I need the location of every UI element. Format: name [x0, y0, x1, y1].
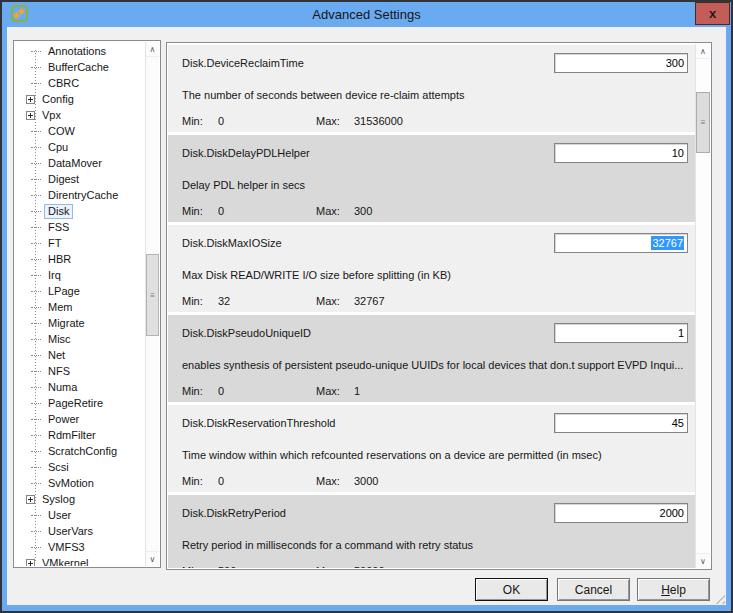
- expand-plus-icon[interactable]: [26, 95, 35, 104]
- tree-item-label: Power: [44, 412, 83, 427]
- tree-item-label: FT: [44, 236, 65, 251]
- tree-item-net[interactable]: Net: [15, 347, 145, 363]
- expand-plus-icon[interactable]: [26, 559, 35, 567]
- tree-connector: [31, 323, 41, 324]
- tree-item-datamover[interactable]: DataMover: [15, 155, 145, 171]
- cancel-button[interactable]: Cancel: [557, 578, 630, 601]
- min-label: Min:: [182, 565, 203, 568]
- tree-item-buffercache[interactable]: BufferCache: [15, 59, 145, 75]
- tree-connector: [31, 291, 41, 292]
- tree-item-rdmfilter[interactable]: RdmFilter: [15, 427, 145, 443]
- min-label: Min:: [182, 475, 203, 487]
- setting-block: Disk.DiskRetryPeriod 2000 Retry period i…: [168, 495, 695, 568]
- setting-value-input[interactable]: 10: [554, 143, 688, 163]
- tree-connector: [31, 531, 41, 532]
- tree-item-vmfs3[interactable]: VMFS3: [15, 539, 145, 555]
- setting-description: The number of seconds between device re-…: [182, 89, 689, 101]
- tree-item-hbr[interactable]: HBR: [15, 251, 145, 267]
- thumb-grip-icon: ≡: [150, 291, 155, 300]
- tree-item-misc[interactable]: Misc: [15, 331, 145, 347]
- tree-item-label: Mem: [44, 300, 76, 315]
- scroll-up-icon[interactable]: ∧: [146, 42, 159, 57]
- tree-item-migrate[interactable]: Migrate: [15, 315, 145, 331]
- settings-scrollbar[interactable]: ∧ ≡ ∨: [695, 44, 710, 568]
- ok-button[interactable]: OK: [475, 578, 548, 601]
- tree-item-uservars[interactable]: UserVars: [15, 523, 145, 539]
- scroll-down-icon[interactable]: ∨: [146, 551, 159, 566]
- resize-grip[interactable]: [712, 591, 725, 604]
- setting-value-input[interactable]: 32767: [554, 233, 688, 253]
- max-label: Max:: [316, 565, 340, 568]
- scrollbar-thumb[interactable]: ≡: [696, 92, 710, 153]
- tree-item-mem[interactable]: Mem: [15, 299, 145, 315]
- tree-item-lpage[interactable]: LPage: [15, 283, 145, 299]
- max-value: 50000: [354, 565, 385, 568]
- scroll-up-icon[interactable]: ∧: [696, 44, 710, 59]
- tree-connector: [31, 419, 41, 420]
- tree-connector: [31, 147, 41, 148]
- tree-item-digest[interactable]: Digest: [15, 171, 145, 187]
- tree-item-vpx[interactable]: Vpx: [15, 107, 145, 123]
- tree-item-label: UserVars: [44, 524, 97, 539]
- tree-item-label: CBRC: [44, 76, 83, 91]
- tree-item-numa[interactable]: Numa: [15, 379, 145, 395]
- tree-item-label: LPage: [44, 284, 84, 299]
- help-button[interactable]: Help: [637, 578, 710, 601]
- tree-item-label: Disk: [44, 204, 73, 219]
- tree-scrollbar[interactable]: ∧ ≡ ∨: [145, 42, 159, 566]
- tree-item-label: Net: [44, 348, 69, 363]
- setting-value-input[interactable]: 2000: [554, 503, 688, 523]
- tree-item-power[interactable]: Power: [15, 411, 145, 427]
- setting-name: Disk.DiskRetryPeriod: [182, 507, 286, 519]
- expand-plus-icon[interactable]: [26, 495, 35, 504]
- tree-item-disk[interactable]: Disk: [15, 203, 145, 219]
- tree-connector: [31, 163, 41, 164]
- tree-item-fss[interactable]: FSS: [15, 219, 145, 235]
- setting-name: Disk.DeviceReclaimTime: [182, 57, 304, 69]
- setting-value-input[interactable]: 300: [554, 53, 688, 73]
- tree-item-ft[interactable]: FT: [15, 235, 145, 251]
- setting-description: Delay PDL helper in secs: [182, 179, 689, 191]
- tree-item-syslog[interactable]: Syslog: [15, 491, 145, 507]
- tree-connector: [31, 467, 41, 468]
- tree-item-scsi[interactable]: Scsi: [15, 459, 145, 475]
- tree-item-cbrc[interactable]: CBRC: [15, 75, 145, 91]
- scroll-down-icon[interactable]: ∨: [696, 553, 710, 568]
- scrollbar-thumb[interactable]: ≡: [146, 254, 159, 336]
- tree-item-irq[interactable]: Irq: [15, 267, 145, 283]
- min-label: Min:: [182, 115, 203, 127]
- setting-value-input[interactable]: 1: [554, 323, 688, 343]
- tree-item-cow[interactable]: COW: [15, 123, 145, 139]
- tree-item-config[interactable]: Config: [15, 91, 145, 107]
- tree-item-label: DataMover: [44, 156, 106, 171]
- tree-item-label: Misc: [44, 332, 75, 347]
- setting-block: Disk.DiskReservationThreshold 45 Time wi…: [168, 405, 695, 492]
- min-value: 0: [218, 115, 224, 127]
- setting-description: Max Disk READ/WRITE I/O size before spli…: [182, 269, 689, 281]
- min-value: 0: [218, 385, 224, 397]
- tree-item-pageretire[interactable]: PageRetire: [15, 395, 145, 411]
- max-label: Max:: [316, 115, 340, 127]
- expand-plus-icon[interactable]: [26, 111, 35, 120]
- setting-block: Disk.DiskDelayPDLHelper 10 Delay PDL hel…: [168, 135, 695, 222]
- settings-list: Disk.DeviceReclaimTime 300 The number of…: [168, 43, 695, 568]
- setting-value-input[interactable]: 45: [554, 413, 688, 433]
- tree-item-label: Annotations: [44, 44, 110, 59]
- title-bar[interactable]: Advanced Settings x: [2, 2, 731, 27]
- tree-connector: [31, 371, 41, 372]
- close-button[interactable]: x: [695, 2, 730, 25]
- tree-item-direntrycache[interactable]: DirentryCache: [15, 187, 145, 203]
- tree-item-nfs[interactable]: NFS: [15, 363, 145, 379]
- tree-item-scratchconfig[interactable]: ScratchConfig: [15, 443, 145, 459]
- tree-item-user[interactable]: User: [15, 507, 145, 523]
- tree-connector: [31, 515, 41, 516]
- setting-name: Disk.DiskDelayPDLHelper: [182, 147, 310, 159]
- tree-item-cpu[interactable]: Cpu: [15, 139, 145, 155]
- tree-connector: [31, 387, 41, 388]
- tree-item-vmkernel[interactable]: VMkernel: [15, 555, 145, 566]
- min-label: Min:: [182, 385, 203, 397]
- tree-item-label: VMkernel: [38, 556, 92, 567]
- tree-item-svmotion[interactable]: SvMotion: [15, 475, 145, 491]
- tree-item-annotations[interactable]: Annotations: [15, 43, 145, 59]
- tree-item-label: Numa: [44, 380, 81, 395]
